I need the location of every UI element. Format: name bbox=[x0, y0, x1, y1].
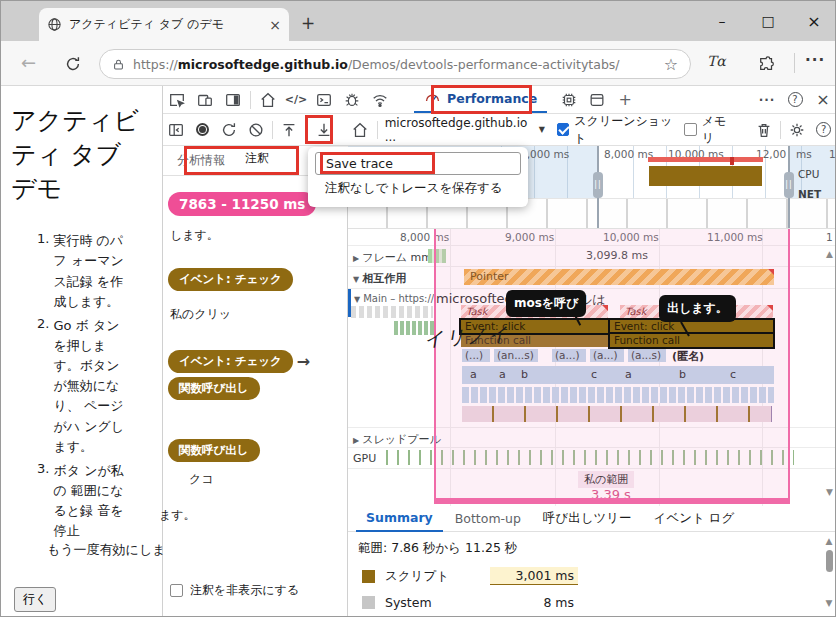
gpu-track-header[interactable]: GPU bbox=[353, 452, 376, 465]
legend-value: 8 ms bbox=[490, 594, 578, 611]
summary-range-text: 範囲: 7.86 秒から 11.25 秒 bbox=[348, 532, 836, 557]
console-tab-icon[interactable] bbox=[310, 87, 338, 113]
trash-icon[interactable] bbox=[750, 117, 777, 143]
memory-checkbox[interactable]: メモリ bbox=[684, 113, 736, 147]
annotation-event-badge[interactable]: イベント: チェック bbox=[168, 268, 293, 291]
tab-annotations[interactable]: 注釈 bbox=[237, 144, 277, 175]
overview-tick: 1 bbox=[829, 148, 836, 160]
close-window-button[interactable]: × bbox=[791, 1, 836, 41]
refresh-button[interactable] bbox=[59, 51, 87, 77]
tab-bottom-up[interactable]: Bottom-up bbox=[445, 506, 531, 531]
hide-annotations-checkbox[interactable]: 注釈を非表示にする bbox=[170, 582, 299, 599]
settings-gear-icon[interactable] bbox=[784, 117, 811, 143]
legend-row: スクリプト 3,001 ms bbox=[348, 557, 836, 585]
annotation-entry-text[interactable]: します。 bbox=[170, 227, 219, 244]
elements-tab-icon[interactable]: </> bbox=[282, 87, 310, 113]
origin-selector-value: microsoftedge.github.io ... bbox=[385, 116, 534, 144]
performance-tab-label: Performance bbox=[447, 91, 537, 106]
cpu-label: CPU bbox=[798, 168, 819, 180]
divider bbox=[780, 121, 781, 139]
address-bar[interactable]: https://microsoftedge.github.io/Demos/de… bbox=[99, 49, 691, 79]
checkbox-checked-icon bbox=[557, 123, 569, 136]
legend-value-highlighted[interactable]: 3,001 ms bbox=[490, 567, 578, 585]
network-wifi-icon[interactable] bbox=[366, 87, 394, 113]
annotation-range-badge[interactable]: 7863 - 11250 ms bbox=[168, 192, 316, 216]
chevron-down-icon: ▼ bbox=[539, 125, 545, 134]
range-handle-left[interactable]: || bbox=[593, 146, 603, 229]
annotation-entry-text[interactable]: クコ bbox=[189, 471, 214, 488]
flame-chart[interactable]: 8,000 ms 9,000 ms 10,000 ms 11,000 ms 1 … bbox=[348, 229, 836, 506]
tab-summary[interactable]: Summary bbox=[356, 505, 443, 532]
tab-event-log[interactable]: イベント ログ bbox=[644, 505, 745, 532]
devtools-help-icon[interactable]: ? bbox=[781, 87, 809, 113]
read-aloud-icon[interactable]: Tα bbox=[707, 53, 726, 69]
dock-side-icon[interactable] bbox=[219, 87, 247, 113]
hide-annotations-label: 注釈を非表示にする bbox=[190, 582, 299, 599]
annotation-function-badge[interactable]: 関数呼び出し bbox=[168, 439, 260, 462]
favorite-star-icon[interactable]: ☆ bbox=[664, 55, 678, 74]
annotation-entry-text[interactable]: 私のクリッ bbox=[170, 306, 231, 323]
go-button[interactable]: 行く bbox=[14, 587, 56, 612]
home-icon[interactable] bbox=[347, 117, 374, 143]
divider bbox=[272, 121, 273, 139]
browser-menu-icon[interactable]: ··· bbox=[805, 51, 825, 69]
menu-item-save-without-annotations[interactable]: 注釈なしでトレースを保存する bbox=[325, 180, 503, 197]
scroll-down-icon[interactable]: ▼ bbox=[826, 487, 833, 497]
devtools-close-icon[interactable]: × bbox=[809, 87, 836, 113]
origin-selector[interactable]: microsoftedge.github.io ... ▼ bbox=[385, 116, 545, 144]
system-color-swatch bbox=[362, 596, 375, 609]
list-number: 2. bbox=[37, 316, 49, 457]
annotation-link-entry[interactable]: イベント: チェック → bbox=[168, 350, 310, 373]
browser-tab[interactable]: アクティビティ タブ のデモ × bbox=[39, 8, 289, 41]
annotation-callout-1[interactable]: mosを呼び bbox=[506, 290, 586, 317]
perf-help-icon[interactable]: ? bbox=[810, 117, 836, 143]
memory-tab-icon[interactable] bbox=[555, 87, 583, 113]
main-track-header[interactable]: ▼Main – https:// bbox=[354, 293, 434, 304]
clear-icon[interactable] bbox=[243, 117, 270, 143]
download-trace-icon[interactable] bbox=[311, 117, 338, 143]
more-tabs-button[interactable]: + bbox=[611, 87, 639, 113]
welcome-home-icon[interactable] bbox=[254, 87, 282, 113]
devtools-menu-icon[interactable]: ··· bbox=[753, 87, 781, 113]
screenshots-checkbox[interactable]: スクリーンショット bbox=[557, 113, 679, 147]
tab-performance[interactable]: Performance bbox=[414, 86, 547, 113]
annotation-callout-2[interactable]: 出します。 bbox=[659, 295, 736, 322]
memory-label: メモリ bbox=[702, 113, 737, 147]
range-handle-right[interactable]: || bbox=[784, 146, 794, 229]
annotations-sidebar: 7863 - 11250 ms します。 イベント: チェック 私のクリッ イベ… bbox=[163, 177, 348, 617]
tab-call-tree[interactable]: 呼び出しツリー bbox=[533, 505, 642, 532]
checkbox-unchecked-icon bbox=[170, 584, 183, 597]
new-tab-button[interactable]: + bbox=[301, 13, 315, 33]
extensions-icon[interactable] bbox=[753, 51, 781, 77]
overview-tick: 8,000 ms bbox=[604, 148, 653, 160]
interactions-track-header[interactable]: ▼相互作用 bbox=[353, 271, 406, 286]
record-reload-icon[interactable] bbox=[216, 117, 243, 143]
range-line-right bbox=[788, 229, 790, 498]
legend-row: Rendering 1 ms bbox=[348, 611, 836, 617]
minimize-button[interactable]: – bbox=[699, 1, 745, 41]
device-emulation-icon[interactable] bbox=[191, 87, 219, 113]
overview-cpu-marker bbox=[730, 157, 734, 165]
close-tab-icon[interactable]: × bbox=[269, 17, 281, 33]
frames-track-header[interactable]: ▶フレーム mms bbox=[353, 250, 438, 265]
tab-insights[interactable]: 分析情報 bbox=[169, 146, 233, 175]
record-button[interactable] bbox=[190, 117, 217, 143]
inspect-element-icon[interactable] bbox=[163, 87, 191, 113]
annotation-range-bar[interactable] bbox=[434, 498, 790, 504]
legend-name: スクリプト bbox=[385, 568, 490, 585]
function-call-bar[interactable]: Function call bbox=[610, 334, 773, 347]
application-tab-icon[interactable] bbox=[583, 87, 611, 113]
back-button[interactable]: ← bbox=[21, 52, 36, 73]
scroll-up-icon[interactable]: ▲ bbox=[826, 249, 833, 259]
toggle-sidebar-icon[interactable] bbox=[163, 117, 190, 143]
list-item: ボタ ンが私の 範囲にな ると録 音を停止 bbox=[53, 461, 125, 542]
upload-trace-icon[interactable] bbox=[276, 117, 303, 143]
maximize-button[interactable]: □ bbox=[745, 1, 791, 41]
range-line-left bbox=[434, 229, 436, 498]
summary-scrollbar[interactable]: ▲ ▼ bbox=[823, 536, 835, 614]
threadpool-track-header[interactable]: ▶スレッドプール bbox=[353, 432, 441, 447]
debugger-bug-icon[interactable] bbox=[338, 87, 366, 113]
annotation-function-badge[interactable]: 関数呼び出し bbox=[168, 377, 260, 400]
menu-item-save-trace[interactable]: Save trace bbox=[315, 152, 521, 175]
divider bbox=[794, 53, 795, 73]
